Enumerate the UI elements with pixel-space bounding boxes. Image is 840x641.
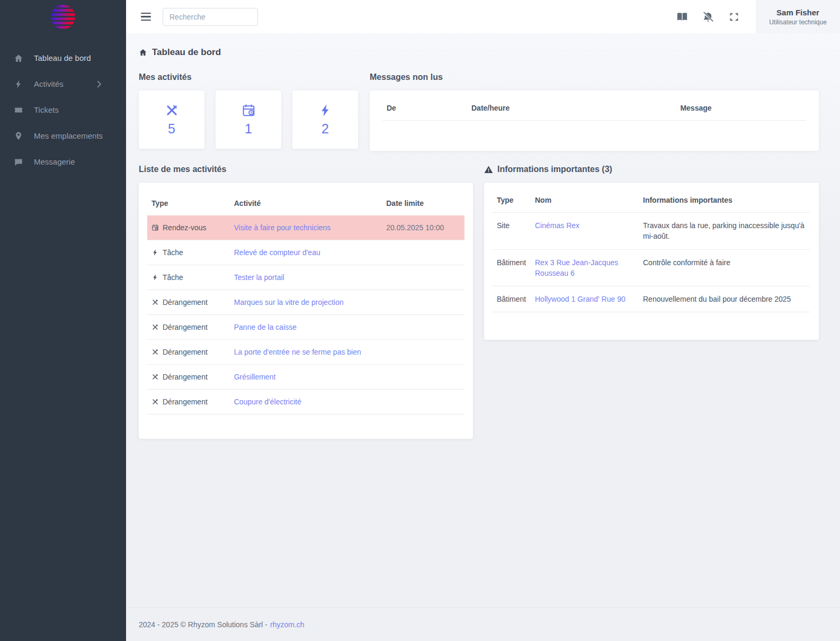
activity-summary-card[interactable]: 5 bbox=[139, 91, 204, 149]
activity-count: 1 bbox=[245, 121, 252, 137]
topbar-actions bbox=[676, 11, 756, 23]
column-header-type: Type bbox=[147, 191, 230, 215]
sidebar: Tableau de bord Activités Tickets Mes em… bbox=[0, 0, 126, 641]
footer-link[interactable]: rhyzom.ch bbox=[270, 620, 305, 629]
activity-table-row[interactable]: Rendez-vous Visite à faire pour technici… bbox=[147, 215, 464, 240]
activity-type: Dérangement bbox=[163, 323, 208, 331]
activity-link[interactable]: Grésillement bbox=[234, 373, 276, 381]
important-info-table: Type Nom Informations importantes Site C… bbox=[493, 188, 810, 312]
info-location-link[interactable]: Cinémas Rex bbox=[535, 221, 579, 230]
activity-table-row[interactable]: Dérangement La porte d'entrée ne se ferm… bbox=[147, 340, 464, 365]
page-title: Tableau de bord bbox=[152, 47, 221, 58]
notifications-off-button[interactable] bbox=[702, 11, 714, 23]
sidebar-item-label: Activités bbox=[34, 79, 64, 88]
info-table-row[interactable]: Bâtiment Hollywood 1 Grand' Rue 90 Renou… bbox=[493, 286, 810, 312]
activity-deadline: 20.05.2025 10:00 bbox=[382, 215, 464, 240]
activity-link[interactable]: Marques sur la vitre de projection bbox=[234, 298, 344, 306]
activity-table-row[interactable]: Dérangement Marques sur la vitre de proj… bbox=[147, 290, 464, 315]
activity-summary-card[interactable]: 2 bbox=[292, 91, 358, 149]
fullscreen-button[interactable] bbox=[728, 11, 740, 23]
user-menu[interactable]: Sam Fisher Utilisateur technique bbox=[756, 0, 840, 33]
activity-deadline bbox=[382, 340, 464, 365]
sidebar-item-label: Tickets bbox=[34, 105, 59, 114]
user-role: Utilisateur technique bbox=[769, 19, 827, 26]
activity-deadline bbox=[382, 290, 464, 315]
bolt-icon bbox=[151, 249, 159, 256]
activity-link[interactable]: Tester la portail bbox=[234, 273, 284, 282]
activity-link[interactable]: Coupure d'électricité bbox=[234, 398, 301, 406]
info-table-row[interactable]: Site Cinémas Rex Travaux dans la rue, pa… bbox=[493, 213, 810, 250]
my-activities-title: Mes activités bbox=[139, 73, 359, 82]
activity-link[interactable]: Panne de la caisse bbox=[234, 323, 297, 331]
activity-count: 2 bbox=[321, 121, 329, 137]
activity-link[interactable]: La porte d'entrée ne se ferme pas bien bbox=[234, 348, 361, 356]
tools-icon bbox=[151, 348, 159, 356]
warning-icon bbox=[484, 165, 493, 174]
info-table-row[interactable]: Bâtiment Rex 3 Rue Jean-Jacques Rousseau… bbox=[493, 249, 810, 286]
activity-link[interactable]: Relevé de compteur d'eau bbox=[234, 248, 320, 257]
bolt-icon bbox=[14, 79, 23, 89]
activity-list-table: Type Activité Date limite Rendez-vous Vi… bbox=[147, 191, 464, 414]
activity-list-title: Liste de mes activités bbox=[139, 165, 473, 174]
activity-deadline bbox=[382, 265, 464, 290]
topbar: Sam Fisher Utilisateur technique bbox=[126, 0, 840, 33]
activity-count: 5 bbox=[168, 121, 175, 137]
activity-summary-card[interactable]: 1 bbox=[216, 91, 281, 149]
column-header-date-limite: Date limite bbox=[382, 191, 464, 215]
activity-table-row[interactable]: Dérangement Grésillement bbox=[147, 365, 464, 390]
activity-table-row[interactable]: Dérangement Panne de la caisse bbox=[147, 315, 464, 340]
sidebar-item-label: Messagerie bbox=[34, 157, 75, 166]
tools-icon bbox=[151, 299, 159, 306]
sidebar-item-label: Mes emplacements bbox=[34, 131, 103, 140]
breadcrumb: Tableau de bord bbox=[139, 47, 819, 58]
home-icon bbox=[14, 53, 23, 63]
info-location-link[interactable]: Hollywood 1 Grand' Rue 90 bbox=[535, 295, 625, 303]
app-window: Tableau de bord Activités Tickets Mes em… bbox=[0, 0, 840, 641]
sidebar-item-label: Tableau de bord bbox=[34, 53, 91, 62]
activity-type: Dérangement bbox=[163, 398, 208, 406]
menu-toggle-button[interactable] bbox=[141, 11, 151, 23]
activity-table-row[interactable]: Dérangement Coupure d'électricité bbox=[147, 390, 464, 414]
sidebar-item-mes-emplacements[interactable]: Mes emplacements bbox=[0, 123, 126, 149]
activity-list-card: Type Activité Date limite Rendez-vous Vi… bbox=[139, 183, 473, 439]
column-header-type: Type bbox=[493, 188, 531, 213]
bell-slash-icon bbox=[702, 11, 714, 23]
activity-table-row[interactable]: Tâche Relevé de compteur d'eau bbox=[147, 240, 464, 265]
bolt-icon bbox=[151, 274, 159, 281]
unread-messages-card: De Date/heure Message bbox=[370, 91, 819, 151]
sidebar-item-activites[interactable]: Activités bbox=[0, 71, 126, 97]
column-header-informations: Informations importantes bbox=[639, 188, 810, 213]
activity-link[interactable]: Visite à faire pour techniciens bbox=[234, 223, 331, 232]
sidebar-item-tableau-de-bord[interactable]: Tableau de bord bbox=[0, 45, 126, 71]
column-header-activite: Activité bbox=[230, 191, 382, 215]
chat-icon bbox=[14, 157, 23, 167]
footer: 2024 - 2025 © Rhyzom Solutions Sàrl - rh… bbox=[126, 607, 840, 641]
calendar-icon bbox=[151, 224, 159, 231]
important-info-title: Informations importantes (3) bbox=[484, 165, 819, 174]
activity-type: Tâche bbox=[163, 273, 183, 282]
documentation-button[interactable] bbox=[676, 11, 688, 23]
activity-summary-cards: 5 1 2 bbox=[139, 91, 359, 149]
unread-messages-table: De Date/heure Message bbox=[382, 96, 806, 121]
bolt-icon bbox=[318, 103, 333, 118]
column-header-nom: Nom bbox=[531, 188, 639, 213]
column-header-date-heure: Date/heure bbox=[467, 96, 586, 121]
activity-table-row[interactable]: Tâche Tester la portail bbox=[147, 265, 464, 290]
activity-deadline bbox=[382, 315, 464, 340]
activity-type: Dérangement bbox=[163, 373, 208, 381]
info-location-link[interactable]: Rex 3 Rue Jean-Jacques Rousseau 6 bbox=[535, 258, 618, 277]
tools-icon bbox=[151, 398, 159, 405]
info-type: Bâtiment bbox=[493, 286, 531, 312]
map-pin-icon bbox=[14, 131, 23, 141]
activity-type: Dérangement bbox=[163, 298, 208, 306]
book-icon bbox=[676, 11, 688, 23]
column-header-de: De bbox=[382, 96, 467, 121]
sidebar-item-tickets[interactable]: Tickets bbox=[0, 97, 126, 123]
sidebar-nav: Tableau de bord Activités Tickets Mes em… bbox=[0, 45, 126, 175]
search-input[interactable] bbox=[163, 8, 258, 26]
column-header-message: Message bbox=[586, 96, 806, 121]
home-icon bbox=[139, 48, 147, 57]
sidebar-item-messagerie[interactable]: Messagerie bbox=[0, 149, 126, 175]
tools-icon bbox=[165, 103, 179, 118]
app-logo bbox=[51, 5, 75, 29]
